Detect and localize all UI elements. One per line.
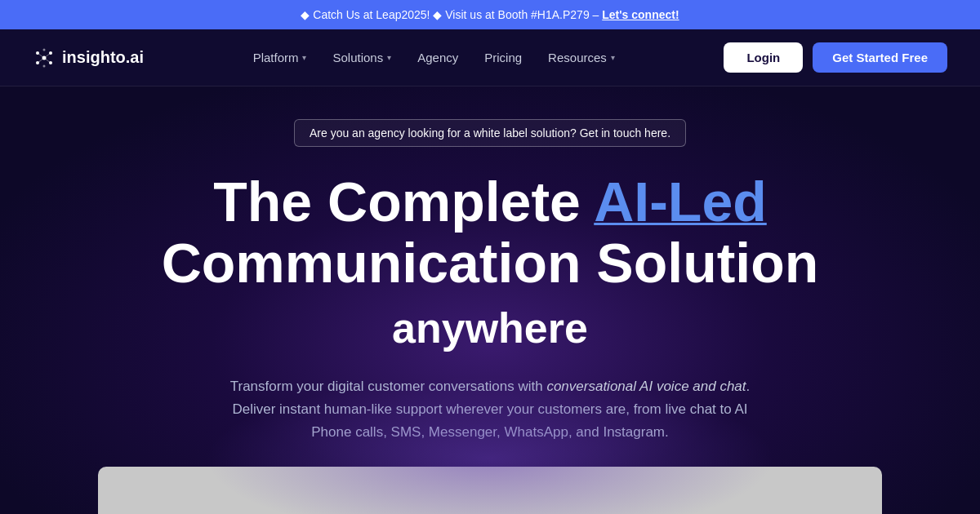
platform-chevron-icon: ▾ [302,53,306,62]
nav-item-pricing[interactable]: Pricing [473,44,533,71]
hero-title: The Complete AI-Led Communication Soluti… [122,171,858,294]
bottom-preview-panel [98,467,882,514]
hero-section: Are you an agency looking for a white la… [0,86,980,514]
nav-actions: Login Get Started Free [724,42,947,73]
platform-label: Platform [253,51,299,64]
resources-label: Resources [548,51,607,64]
svg-line-7 [38,53,44,58]
hero-title-part1: The Complete [213,171,594,233]
nav-item-solutions[interactable]: Solutions ▾ [321,44,403,71]
hero-description: Transform your digital customer conversa… [225,375,755,444]
hero-desc-part1: Transform your digital customer conversa… [230,379,547,394]
svg-point-6 [43,64,46,67]
agency-banner[interactable]: Are you an agency looking for a white la… [294,119,686,147]
nav-item-platform[interactable]: Platform ▾ [242,44,318,71]
nav-get-started-button[interactable]: Get Started Free [813,42,947,73]
solutions-label: Solutions [332,51,383,64]
svg-line-10 [44,58,51,63]
svg-line-9 [38,58,44,63]
hero-subtitle-anywhere: anywhere [392,304,588,352]
svg-point-5 [43,48,46,51]
logo-icon [33,47,56,69]
announcement-link[interactable]: Let's connect! [602,8,679,21]
svg-line-8 [44,53,51,58]
navbar: insighto.ai Platform ▾ Solutions ▾ Agenc… [0,29,980,86]
hero-title-part2: Communication Solution [162,232,819,294]
pricing-label: Pricing [484,51,522,64]
agency-label: Agency [417,51,458,64]
announcement-text: ◆ Catch Us at Leap2025! ◆ Visit us at Bo… [301,8,602,21]
hero-title-highlight: AI-Led [594,171,767,233]
resources-chevron-icon: ▾ [611,53,615,62]
logo[interactable]: insighto.ai [33,47,144,69]
solutions-chevron-icon: ▾ [387,53,391,62]
logo-text: insighto.ai [62,48,144,67]
hero-desc-italic: conversational AI voice and chat [546,379,746,394]
nav-item-agency[interactable]: Agency [406,44,470,71]
login-button[interactable]: Login [724,42,803,73]
nav-item-resources[interactable]: Resources ▾ [537,44,626,71]
announcement-bar: ◆ Catch Us at Leap2025! ◆ Visit us at Bo… [0,0,980,29]
nav-links: Platform ▾ Solutions ▾ Agency Pricing Re… [242,44,626,71]
